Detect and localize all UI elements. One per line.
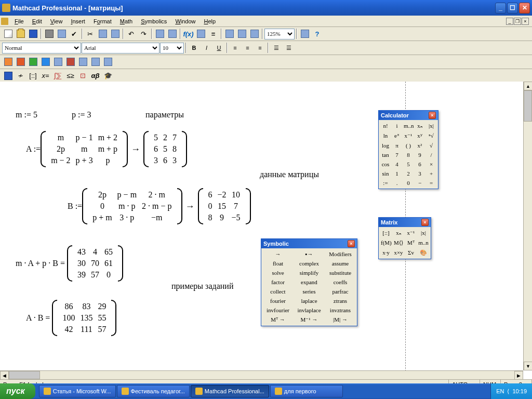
symbolic-palette-button[interactable]: 🎓: [102, 70, 114, 82]
lang-indicator[interactable]: EN: [496, 388, 504, 394]
calculator-palette[interactable]: Calculator× n!im..nxₙ|x|lneˣx⁻¹xʸⁿ√logπ(…: [378, 110, 438, 189]
palette-cell[interactable]: coeffs: [325, 277, 356, 287]
bullets-button[interactable]: ☰: [270, 42, 282, 54]
symbolic-palette[interactable]: Symbolic× →▪→Modifiersfloatcomplexassume…: [261, 238, 357, 326]
palette-cell[interactable]: M⟨⟩: [392, 238, 405, 248]
align2-button[interactable]: [166, 28, 178, 39]
scroll-thumb-h[interactable]: [9, 371, 40, 379]
worksheet[interactable]: m := 5 p := 3 параметры A := mp − 1m + 2…: [0, 82, 532, 379]
palette-cell[interactable]: 2: [403, 169, 414, 178]
scroll-down-icon[interactable]: ▼: [524, 362, 532, 370]
boolean-palette-button[interactable]: ≤≥: [64, 70, 76, 82]
palette-cell[interactable]: float: [262, 259, 294, 268]
palette-cell[interactable]: −: [414, 178, 425, 188]
palette-cell[interactable]: cos: [380, 159, 391, 169]
programming-palette-button[interactable]: ⊡: [77, 70, 89, 82]
system-tray[interactable]: EN ⟨ 10:19: [490, 383, 532, 399]
palette-cell[interactable]: 4: [391, 159, 403, 169]
underline-button[interactable]: U: [213, 42, 225, 54]
doc-restore-button[interactable]: ❐: [514, 18, 521, 25]
paste-button[interactable]: [109, 28, 121, 39]
calculator-palette-button[interactable]: [2, 70, 14, 82]
component-button[interactable]: [236, 28, 248, 39]
palette-cell[interactable]: factor: [262, 277, 294, 287]
palette-cell[interactable]: π: [391, 141, 403, 150]
surface-plot-icon[interactable]: [27, 56, 39, 68]
palette-cell[interactable]: Mᵀ →: [262, 315, 294, 325]
matrix-palette-button[interactable]: [::]: [27, 70, 39, 82]
palette-cell[interactable]: x⁻¹: [403, 131, 414, 141]
palette-cell[interactable]: parfrac: [325, 287, 356, 296]
palette-cell[interactable]: 3: [414, 169, 425, 178]
polar-plot-icon[interactable]: [15, 56, 26, 68]
palette-cell[interactable]: invlaplace: [294, 305, 325, 315]
horizontal-scrollbar[interactable]: ◀▶: [0, 370, 523, 379]
palette-cell[interactable]: fourier: [262, 296, 294, 305]
palette-cell[interactable]: ⁿ√: [425, 131, 437, 141]
menu-format[interactable]: Format: [89, 17, 116, 25]
contour-plot-icon[interactable]: [39, 56, 51, 68]
palette-cell[interactable]: tan: [380, 150, 391, 159]
palette-cell[interactable]: Σv: [405, 248, 417, 258]
palette-cell[interactable]: 9: [414, 150, 425, 159]
palette-cell[interactable]: .: [391, 178, 403, 188]
palette-cell[interactable]: substitute: [325, 268, 356, 277]
palette-cell[interactable]: complex: [294, 259, 325, 268]
italic-button[interactable]: I: [201, 42, 212, 54]
zoom-select[interactable]: 125%: [264, 29, 295, 39]
palette-cell[interactable]: +: [425, 169, 437, 178]
palette-cell[interactable]: x×y: [392, 248, 405, 258]
palette-cell[interactable]: 7: [391, 150, 403, 159]
align-right-button[interactable]: ≡: [254, 42, 266, 54]
palette-cell[interactable]: simplify: [294, 268, 325, 277]
menu-file[interactable]: File: [10, 17, 28, 25]
calculator-close-button[interactable]: ×: [429, 112, 436, 119]
menu-math[interactable]: Math: [116, 17, 137, 25]
preview-button[interactable]: [56, 28, 68, 39]
palette-cell[interactable]: eˣ: [391, 131, 403, 141]
align-center-button[interactable]: ≡: [242, 42, 254, 54]
palette-cell[interactable]: ztrans: [325, 296, 356, 305]
palette-cell[interactable]: x⁻¹: [405, 228, 417, 238]
palette-cell[interactable]: 1: [391, 169, 403, 178]
palette-cell[interactable]: invfourier: [262, 305, 294, 315]
size-select[interactable]: 10: [160, 43, 184, 54]
palette-cell[interactable]: =: [425, 178, 437, 188]
align-button[interactable]: [154, 28, 166, 39]
help-button[interactable]: ?: [311, 28, 323, 39]
scroll-right-icon[interactable]: ▶: [514, 371, 523, 379]
m-definition[interactable]: m := 5: [16, 110, 37, 119]
palette-cell[interactable]: 6: [414, 159, 425, 169]
matrix-B[interactable]: B := 2pp − m2 · m0m · p2 · m − pp + m3 ·…: [68, 188, 251, 224]
open-button[interactable]: [15, 28, 26, 39]
palette-cell[interactable]: series: [294, 287, 325, 296]
palette-cell[interactable]: :=: [380, 178, 391, 188]
palette-cell[interactable]: expand: [294, 277, 325, 287]
calc-button[interactable]: =: [207, 28, 219, 39]
taskbar-item-1[interactable]: Фестиваль педагог...: [117, 385, 190, 397]
palette-cell[interactable]: invztrans: [325, 305, 356, 315]
mA-plus-pB[interactable]: m · A + p · B = 4346530706139570: [16, 245, 123, 282]
graph-palette-button[interactable]: ≁: [15, 70, 26, 82]
palette-cell[interactable]: sin: [380, 169, 391, 178]
tray-icon[interactable]: ⟨: [507, 388, 509, 395]
scroll-left-icon[interactable]: ◀: [0, 371, 9, 379]
palette-cell[interactable]: |M| →: [325, 315, 356, 325]
palette-cell[interactable]: assume: [325, 259, 356, 268]
palette-cell[interactable]: xₙ: [392, 228, 405, 238]
palette-cell[interactable]: log: [380, 141, 391, 150]
clock[interactable]: 10:19: [512, 388, 527, 394]
palette-cell[interactable]: |x|: [417, 228, 430, 238]
doc-close-button[interactable]: ×: [522, 18, 529, 25]
palette-cell[interactable]: m..n: [417, 238, 430, 248]
palette-cell[interactable]: M⁻¹ →: [294, 315, 325, 325]
menu-edit[interactable]: Edit: [28, 17, 46, 25]
palette-cell[interactable]: x·y: [380, 248, 392, 258]
scroll-thumb[interactable]: [524, 90, 532, 122]
xy-plot-icon[interactable]: [2, 56, 14, 68]
new-button[interactable]: [2, 28, 14, 39]
palette-cell[interactable]: ln: [380, 131, 391, 141]
palette-cell[interactable]: 8: [403, 150, 414, 159]
symbolic-close-button[interactable]: ×: [348, 240, 355, 247]
undo-button[interactable]: ↶: [125, 28, 137, 39]
